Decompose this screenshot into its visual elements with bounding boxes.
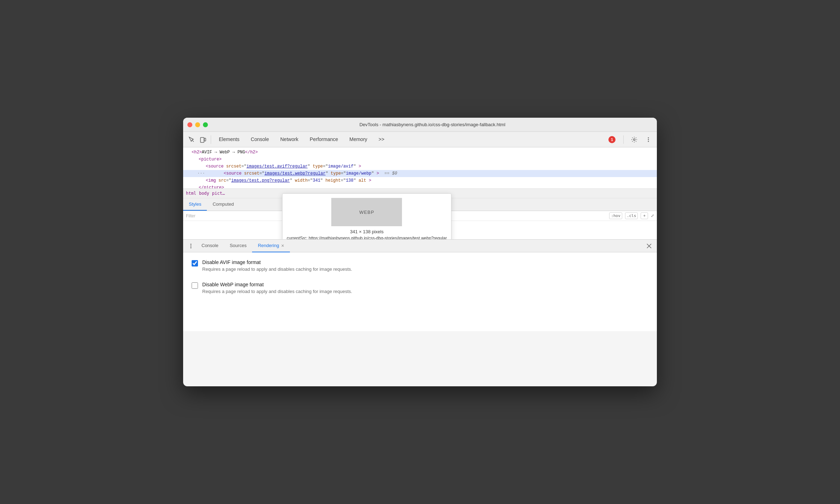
element-line-img[interactable]: <img src="images/test.png?regular" width… xyxy=(183,177,657,184)
error-count-button[interactable]: 1 xyxy=(606,135,618,145)
tab-memory[interactable]: Memory xyxy=(344,132,373,147)
minimize-button[interactable] xyxy=(195,122,200,127)
devtools-tabs: Elements Console Network Performance Mem… xyxy=(213,132,606,147)
svg-point-3 xyxy=(634,139,635,140)
image-format-label: WEBP xyxy=(359,210,374,215)
elements-panel: <h2>AVIF → WebP → PNG</h2> <picture> <so… xyxy=(183,147,657,239)
devtools-window: DevTools - mathiasbynens.github.io/css-d… xyxy=(183,118,657,386)
breadcrumb-html[interactable]: html xyxy=(186,191,196,196)
breadcrumb-picture[interactable]: pict… xyxy=(212,191,225,196)
tab-styles[interactable]: Styles xyxy=(183,198,207,211)
render-option-avif: Disable AVIF image format Requires a pag… xyxy=(192,259,648,272)
toolbar-right: 1 xyxy=(606,134,654,145)
elements-content[interactable]: <h2>AVIF → WebP → PNG</h2> <picture> <so… xyxy=(183,147,657,188)
close-rendering-tab-button[interactable]: × xyxy=(281,243,284,248)
filter-hov[interactable]: :hov xyxy=(609,212,622,219)
element-line-source-webp[interactable]: ··· <source srcset="images/test.webp?reg… xyxy=(183,170,657,177)
device-toolbar-button[interactable] xyxy=(197,134,209,145)
title-bar: DevTools - mathiasbynens.github.io/css-d… xyxy=(183,118,657,132)
maximize-button[interactable] xyxy=(203,122,208,127)
filter-label: Filter xyxy=(186,213,196,218)
svg-rect-1 xyxy=(200,137,204,142)
error-count: 1 xyxy=(611,137,613,142)
filter-cls[interactable]: .cls xyxy=(625,212,638,219)
filter-actions: :hov .cls + ⤢ xyxy=(609,212,654,219)
breadcrumb-body[interactable]: body xyxy=(199,191,209,196)
window-title: DevTools - mathiasbynens.github.io/css-d… xyxy=(212,122,653,127)
image-preview: WEBP xyxy=(331,198,402,226)
tab-computed[interactable]: Computed xyxy=(207,198,239,211)
webp-label-title: Disable WebP image format xyxy=(202,282,352,287)
customize-button[interactable] xyxy=(643,134,654,145)
disable-avif-checkbox[interactable] xyxy=(192,260,198,266)
image-tooltip: WEBP 341 × 138 pixels currentSrc: https:… xyxy=(282,193,451,239)
drawer-tab-rendering[interactable]: Rendering × xyxy=(252,240,290,252)
settings-button[interactable] xyxy=(629,134,640,145)
zoom-resize-icon[interactable]: ⤢ xyxy=(651,213,654,218)
disable-webp-checkbox[interactable] xyxy=(192,282,198,289)
close-drawer-button[interactable] xyxy=(644,241,654,251)
toolbar-divider xyxy=(211,135,211,144)
element-line-h2-avif[interactable]: <h2>AVIF → WebP → PNG</h2> xyxy=(183,149,657,156)
bottom-drawer: Console Sources Rendering × xyxy=(183,239,657,331)
svg-rect-2 xyxy=(204,138,206,141)
svg-line-0 xyxy=(192,140,194,142)
tab-more[interactable]: >> xyxy=(373,132,390,147)
tab-elements[interactable]: Elements xyxy=(213,132,245,147)
webp-label-desc: Requires a page reload to apply and disa… xyxy=(202,289,352,294)
traffic-lights xyxy=(187,122,208,127)
error-badge: 1 xyxy=(608,136,616,143)
drawer-tab-sources[interactable]: Sources xyxy=(224,240,252,252)
devtools-main: <h2>AVIF → WebP → PNG</h2> <picture> <so… xyxy=(183,147,657,386)
devtools-toolbar: Elements Console Network Performance Mem… xyxy=(183,132,657,147)
tab-performance[interactable]: Performance xyxy=(304,132,344,147)
image-dimensions: 341 × 138 pixels xyxy=(287,229,447,234)
webp-label-group: Disable WebP image format Requires a pag… xyxy=(202,282,352,294)
rendering-panel: Disable AVIF image format Requires a pag… xyxy=(183,252,657,331)
avif-label-title: Disable AVIF image format xyxy=(202,259,352,265)
toolbar-divider-2 xyxy=(623,135,624,144)
svg-point-5 xyxy=(648,139,649,140)
svg-point-6 xyxy=(648,141,649,142)
filter-add[interactable]: + xyxy=(641,212,648,219)
tab-console[interactable]: Console xyxy=(245,132,274,147)
avif-label-group: Disable AVIF image format Requires a pag… xyxy=(202,259,352,272)
render-option-webp: Disable WebP image format Requires a pag… xyxy=(192,282,648,294)
svg-point-9 xyxy=(191,247,192,248)
svg-point-8 xyxy=(191,245,192,246)
close-button[interactable] xyxy=(187,122,192,127)
svg-point-7 xyxy=(191,244,192,245)
drawer-tabs-bar: Console Sources Rendering × xyxy=(183,240,657,252)
drawer-tab-console[interactable]: Console xyxy=(196,240,224,252)
tab-network[interactable]: Network xyxy=(275,132,304,147)
image-currentsrc: currentSrc: https://mathiasbynens.github… xyxy=(287,236,447,239)
element-line-picture[interactable]: <picture> xyxy=(183,156,657,163)
element-line-source-avif[interactable]: <source srcset="images/test.avif?regular… xyxy=(183,163,657,170)
drawer-menu-button[interactable] xyxy=(186,241,196,251)
inspect-element-button[interactable] xyxy=(186,134,197,145)
element-line-close-picture[interactable]: </picture> xyxy=(183,184,657,188)
avif-label-desc: Requires a page reload to apply and disa… xyxy=(202,266,352,272)
svg-point-4 xyxy=(648,137,649,138)
